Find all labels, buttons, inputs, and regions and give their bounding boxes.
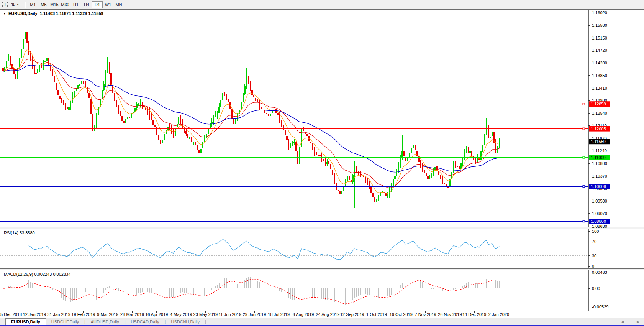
timeframe-button-m1[interactable]: M1	[28, 1, 38, 8]
timeframe-button-d1[interactable]: D1	[92, 1, 103, 8]
svg-text:1 Oct 2019: 1 Oct 2019	[366, 312, 387, 317]
svg-text:28 Mar 2019: 28 Mar 2019	[120, 312, 144, 317]
svg-text:19 Feb 2019: 19 Feb 2019	[72, 312, 95, 317]
svg-text:1.11559: 1.11559	[591, 139, 606, 144]
timeframe-button-w1[interactable]: W1	[103, 1, 113, 8]
svg-text:4 May 2019: 4 May 2019	[170, 312, 192, 317]
chart-tab-bar: EURUSD,DailyUSDCHF,Daily|AUDUSD,Daily|US…	[0, 318, 644, 325]
chart-tab-audusd[interactable]: AUDUSD,Daily	[85, 318, 125, 325]
support-line-handle[interactable]	[583, 186, 585, 188]
support-line-handle[interactable]	[583, 221, 585, 222]
svg-text:16 Apr 2019: 16 Apr 2019	[145, 312, 168, 317]
macd-indicator-label: MACD(12,26,9) 0.002243 0.002834	[4, 272, 70, 277]
cursor-arrows-tool-button[interactable]: ⇅ ▼	[11, 1, 20, 8]
chart-tab-usdchf[interactable]: USDCHF,Daily	[46, 318, 84, 325]
timeframe-button-h1[interactable]: H1	[70, 1, 81, 8]
tab-separator: |	[205, 318, 206, 325]
svg-text:1.16020: 1.16020	[592, 10, 607, 15]
svg-text:70: 70	[592, 239, 596, 244]
timeframe-toolbar: M1M5M15M30H1H4D1W1MN	[28, 1, 124, 8]
svg-text:30: 30	[592, 254, 596, 258]
timeframe-button-m5[interactable]: M5	[38, 1, 49, 8]
dropdown-caret-icon[interactable]: ▼	[16, 3, 19, 6]
svg-text:-0.00529: -0.00529	[592, 305, 608, 309]
chart-title-symbol: EURUSD,Daily	[8, 11, 38, 16]
svg-text:24 Aug 2019: 24 Aug 2019	[316, 312, 340, 317]
svg-text:29 Jun 2019: 29 Jun 2019	[243, 312, 266, 317]
svg-text:1.11240: 1.11240	[592, 148, 607, 153]
svg-text:18 Jul 2019: 18 Jul 2019	[268, 312, 290, 317]
svg-text:1.14720: 1.14720	[592, 48, 607, 53]
svg-text:1.11009: 1.11009	[591, 155, 606, 160]
svg-text:1.08630: 1.08630	[592, 224, 607, 229]
svg-text:1.10008: 1.10008	[591, 184, 606, 189]
svg-text:1.09500: 1.09500	[592, 199, 607, 203]
svg-text:1.14280: 1.14280	[592, 61, 607, 65]
svg-text:25 Dec 2018: 25 Dec 2018	[0, 312, 22, 317]
svg-text:23 May 2019: 23 May 2019	[193, 312, 218, 317]
chart-tabs: EURUSD,DailyUSDCHF,Daily|AUDUSD,Daily|US…	[0, 318, 206, 325]
svg-text:1.12005: 1.12005	[591, 127, 606, 131]
chart-tab-usdcnh[interactable]: USDCNH,Daily	[166, 318, 205, 325]
svg-text:12 Jan 2019: 12 Jan 2019	[23, 312, 46, 317]
timeframe-button-mn[interactable]: MN	[113, 1, 124, 8]
timeframe-button-h4[interactable]: H4	[81, 1, 92, 8]
chart-tab-usdcad[interactable]: USDCAD,Daily	[126, 318, 165, 325]
chart-title: ▼EURUSD,Daily 1.11403 1.11674 1.11328 1.…	[3, 11, 103, 16]
svg-text:0.00: 0.00	[592, 286, 600, 291]
mt4-window: T ⇅ ▼ M1M5M15M30H1H4D1W1MN 1.160201.1558…	[0, 0, 644, 326]
svg-text:0: 0	[592, 264, 594, 268]
toolbar-grip-2[interactable]	[127, 2, 129, 8]
chart-background	[0, 9, 644, 318]
timeframe-button-m15[interactable]: M15	[49, 1, 60, 8]
toolbar-grip[interactable]	[23, 2, 26, 8]
chart-tab-eurusd[interactable]: EURUSD,Daily	[5, 318, 46, 325]
price-chart[interactable]: 1.160201.155801.151501.147201.142801.138…	[0, 9, 644, 318]
svg-text:11 Jun 2019: 11 Jun 2019	[218, 312, 241, 317]
svg-text:31 Jan 2019: 31 Jan 2019	[47, 312, 70, 317]
svg-text:0.00463: 0.00463	[592, 270, 607, 275]
collapse-caret-icon[interactable]: ▼	[3, 12, 6, 15]
support-line-handle[interactable]	[583, 156, 585, 158]
svg-text:2 Jan 2020: 2 Jan 2020	[488, 312, 509, 317]
timeframe-button-m30[interactable]: M30	[60, 1, 70, 8]
resistance-line-handle[interactable]	[583, 103, 585, 105]
tab-scroll-left-icon[interactable]: ◀	[621, 320, 624, 324]
svg-text:6 Aug 2019: 6 Aug 2019	[293, 312, 314, 317]
pane-splitter-macd[interactable]	[0, 269, 644, 270]
svg-text:12 Sep 2019: 12 Sep 2019	[340, 312, 364, 317]
svg-text:1.13850: 1.13850	[592, 73, 607, 78]
arrows-icon: ⇅	[11, 2, 15, 7]
chart-title-ohlc: 1.11403 1.11674 1.11328 1.11559	[40, 11, 103, 16]
svg-text:1.08800: 1.08800	[591, 219, 606, 224]
svg-text:1.10800: 1.10800	[592, 161, 607, 166]
toolbar: T ⇅ ▼ M1M5M15M30H1H4D1W1MN	[0, 0, 644, 9]
svg-text:9 Mar 2019: 9 Mar 2019	[97, 312, 118, 317]
svg-text:1.09070: 1.09070	[592, 211, 607, 216]
svg-text:1.13410: 1.13410	[592, 86, 607, 91]
tab-scroll-right-icon[interactable]: ▶	[637, 320, 639, 324]
svg-text:26 Nov 2019: 26 Nov 2019	[438, 312, 462, 317]
rsi-indicator-label: RSI(14) 53.3580	[4, 231, 35, 235]
svg-text:1.15580: 1.15580	[592, 23, 607, 28]
svg-text:1.15150: 1.15150	[592, 36, 607, 40]
pane-splitter-rsi[interactable]	[0, 227, 644, 229]
svg-text:1.10370: 1.10370	[592, 174, 607, 178]
svg-text:1.12859: 1.12859	[591, 102, 606, 106]
chart-window[interactable]: 1.160201.155801.151501.147201.142801.138…	[0, 9, 644, 318]
resistance-line-handle[interactable]	[583, 128, 585, 130]
tab-scroll-arrows: ◀ ▶	[621, 318, 639, 325]
svg-text:100: 100	[592, 229, 599, 234]
svg-text:14 Dec 2019: 14 Dec 2019	[462, 312, 486, 317]
svg-text:19 Oct 2019: 19 Oct 2019	[390, 312, 413, 317]
svg-text:1.12540: 1.12540	[592, 111, 607, 115]
svg-text:7 Nov 2019: 7 Nov 2019	[415, 312, 436, 317]
text-tool-button[interactable]: T	[1, 1, 9, 8]
text-tool-icon: T	[2, 2, 8, 7]
